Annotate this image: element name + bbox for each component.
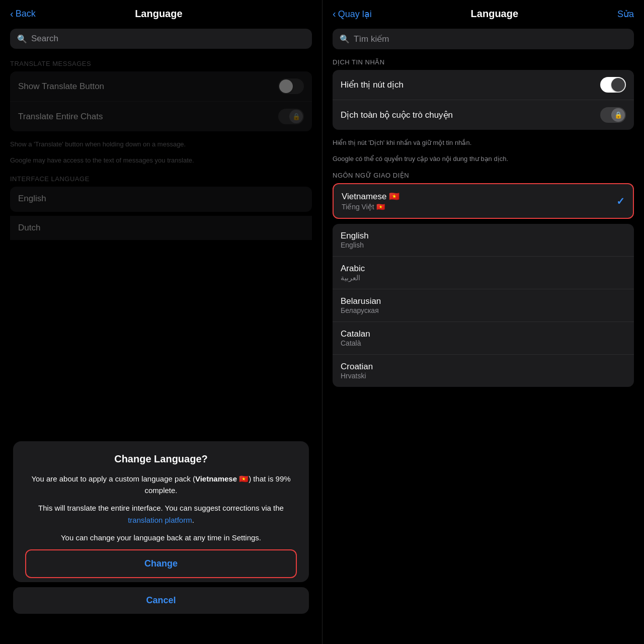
left-dialog-para2-pre: This will translate the entire interface… bbox=[38, 504, 284, 512]
right-search-icon: 🔍 bbox=[340, 34, 350, 44]
right-lang-catalan-secondary: Català bbox=[341, 339, 370, 347]
left-search-icon: 🔍 bbox=[17, 34, 27, 44]
right-footnote-2: Google có thể có quyền truy cập vào nội … bbox=[323, 150, 644, 164]
right-lang-arabic-text: Arabic العربية bbox=[341, 264, 365, 282]
left-back-label: Back bbox=[16, 9, 36, 19]
left-dialog-body-3: You can change your language back at any… bbox=[25, 532, 297, 543]
right-hien-thi-label: Hiển thị nút dịch bbox=[341, 79, 404, 90]
left-scrollable-content: TRANSLATE MESSAGES Show Translate Button… bbox=[0, 58, 322, 644]
right-scrollable-content: DỊCH TIN NHẮN Hiển thị nút dịch Dịch toà… bbox=[323, 58, 644, 644]
right-language-list: English English Arabic العربية Belarusia… bbox=[333, 224, 634, 387]
right-vietnamese-row[interactable]: Vietnamese 🇻🇳 Tiếng Việt 🇻🇳 ✓ bbox=[333, 183, 634, 219]
right-lang-belarusian-secondary: Беларуская bbox=[341, 306, 381, 314]
left-page-title: Language bbox=[135, 8, 182, 20]
right-hien-thi-toggle[interactable] bbox=[600, 77, 626, 93]
right-search-bar[interactable]: 🔍 Tìm kiếm bbox=[333, 29, 634, 49]
left-back-button[interactable]: ‹ Back bbox=[10, 8, 36, 20]
left-cancel-row: Cancel bbox=[13, 582, 309, 644]
right-lang-arabic-secondary: العربية bbox=[341, 274, 365, 282]
right-back-label: Quay lại bbox=[338, 9, 372, 20]
right-search-placeholder: Tìm kiếm bbox=[354, 34, 389, 44]
left-dialog-body-1: You are about to apply a custom language… bbox=[25, 473, 297, 497]
right-lang-belarusian-primary: Belarusian bbox=[341, 296, 381, 306]
right-lang-belarusian[interactable]: Belarusian Беларуская bbox=[333, 289, 634, 322]
right-lang-english-secondary: English bbox=[341, 241, 369, 249]
right-lang-arabic[interactable]: Arabic العربية bbox=[333, 257, 634, 289]
right-interface-section-label: NGÔN NGỮ GIAO DIỆN bbox=[323, 172, 644, 183]
right-dich-toan-bo-toggle[interactable]: 🔒 bbox=[600, 107, 626, 123]
right-chevron-icon: ‹ bbox=[333, 8, 336, 20]
left-search-placeholder: Search bbox=[31, 34, 58, 44]
right-lang-english[interactable]: English English bbox=[333, 224, 634, 257]
left-dialog-change-button[interactable]: Change bbox=[26, 550, 296, 577]
right-lang-arabic-primary: Arabic bbox=[341, 264, 365, 274]
right-back-button[interactable]: ‹ Quay lại bbox=[333, 8, 372, 20]
left-dialog-cancel-button[interactable]: Cancel bbox=[13, 587, 309, 614]
right-footnote-1: Hiển thị nút 'Dịch' khi nhấn và giữ một … bbox=[323, 134, 644, 148]
right-translate-settings-group: Hiển thị nút dịch Dịch toàn bộ cuộc trò … bbox=[333, 70, 634, 130]
right-vietnamese-checkmark: ✓ bbox=[616, 195, 625, 207]
right-lang-catalan-text: Catalan Català bbox=[341, 329, 370, 347]
right-hien-thi-row[interactable]: Hiển thị nút dịch bbox=[333, 70, 634, 100]
right-lang-croatian-primary: Croatian bbox=[341, 362, 373, 372]
right-vietnamese-primary: Vietnamese 🇻🇳 bbox=[342, 191, 399, 202]
right-lang-belarusian-text: Belarusian Беларуская bbox=[341, 296, 381, 314]
left-dialog-para1-bold: Vietnamese 🇻🇳 bbox=[195, 474, 249, 483]
left-dialog-title: Change Language? bbox=[25, 453, 297, 465]
right-action-button[interactable]: Sửa bbox=[617, 9, 634, 20]
left-search-bar[interactable]: 🔍 Search bbox=[10, 29, 312, 49]
left-dialog-para2-post: . bbox=[192, 516, 194, 524]
left-dialog-overlay: Change Language? You are about to apply … bbox=[0, 58, 322, 644]
right-hien-thi-knob bbox=[611, 78, 625, 92]
left-dialog-para1-pre: You are about to apply a custom language… bbox=[31, 474, 195, 483]
right-lang-croatian[interactable]: Croatian Hrvatski bbox=[333, 355, 634, 387]
left-dialog-box: Change Language? You are about to apply … bbox=[13, 441, 309, 582]
left-dialog-change-btn-row: Change bbox=[25, 549, 297, 578]
right-lang-catalan-primary: Catalan bbox=[341, 329, 370, 339]
right-nav-bar: ‹ Quay lại Language Sửa bbox=[323, 0, 644, 25]
left-chevron-icon: ‹ bbox=[10, 8, 14, 20]
left-dialog-translation-link[interactable]: translation platform bbox=[128, 516, 192, 524]
right-lang-english-text: English English bbox=[341, 231, 369, 249]
right-vietnamese-text: Vietnamese 🇻🇳 Tiếng Việt 🇻🇳 bbox=[342, 191, 399, 211]
left-nav-bar: ‹ Back Language bbox=[0, 0, 322, 25]
right-translate-section-label: DỊCH TIN NHẮN bbox=[323, 58, 644, 70]
right-lang-english-primary: English bbox=[341, 231, 369, 241]
right-dich-toan-bo-label: Dịch toàn bộ cuộc trò chuyện bbox=[341, 110, 453, 120]
right-dich-toan-bo-lock-icon: 🔒 bbox=[611, 108, 625, 122]
right-vietnamese-secondary: Tiếng Việt 🇻🇳 bbox=[342, 203, 399, 211]
right-panel: ‹ Quay lại Language Sửa 🔍 Tìm kiếm DỊCH … bbox=[322, 0, 644, 644]
right-page-title: Language bbox=[471, 8, 518, 20]
right-dich-toan-bo-row[interactable]: Dịch toàn bộ cuộc trò chuyện 🔒 bbox=[333, 100, 634, 130]
right-lang-catalan[interactable]: Catalan Català bbox=[333, 322, 634, 355]
left-dialog-body-2: This will translate the entire interface… bbox=[25, 502, 297, 526]
right-lang-croatian-secondary: Hrvatski bbox=[341, 372, 373, 380]
left-panel: ‹ Back Language 🔍 Search TRANSLATE MESSA… bbox=[0, 0, 322, 644]
right-lang-croatian-text: Croatian Hrvatski bbox=[341, 362, 373, 380]
